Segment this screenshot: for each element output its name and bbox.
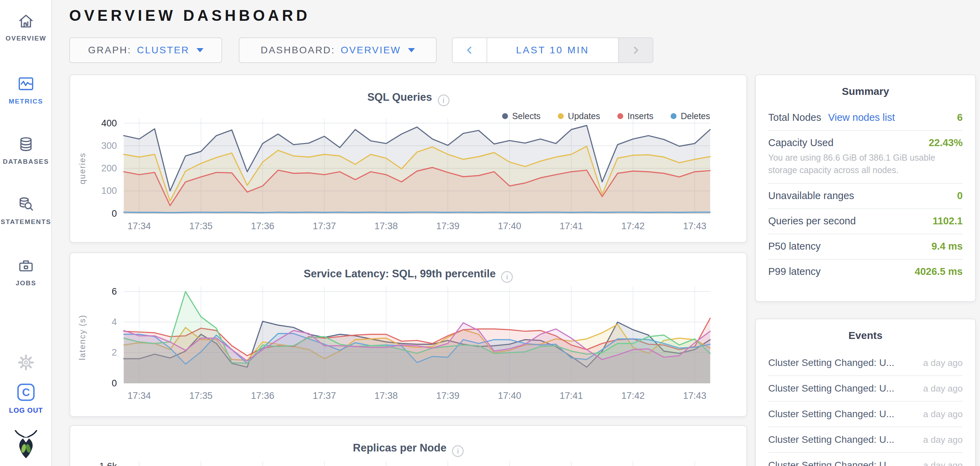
page-title: OVERVIEW DASHBOARD <box>69 7 310 24</box>
event-text: Cluster Setting Changed: U... <box>768 357 894 369</box>
chevron-down-icon <box>408 48 415 52</box>
time-range-selector: LAST 10 MIN <box>452 37 653 63</box>
event-text: Cluster Setting Changed: U... <box>768 460 894 466</box>
sidebar-item-label: JOBS <box>16 279 37 287</box>
svg-text:17:41: 17:41 <box>560 391 583 401</box>
event-time: a day ago <box>923 434 963 445</box>
console-c-icon: C <box>16 382 36 402</box>
svg-text:17:36: 17:36 <box>251 221 274 231</box>
chevron-down-icon <box>197 48 204 52</box>
service-latency-panel: Service Latency: SQL, 99th percentilei 1… <box>70 252 747 417</box>
summary-value: 1102.1 <box>932 215 963 227</box>
svg-text:17:43: 17:43 <box>683 221 706 231</box>
svg-text:queries: queries <box>78 152 87 184</box>
svg-text:17:42: 17:42 <box>622 391 645 401</box>
summary-title: Summary <box>756 75 975 97</box>
svg-text:latency (s): latency (s) <box>78 315 87 361</box>
settings-gear-button[interactable] <box>0 353 52 372</box>
svg-text:17:42: 17:42 <box>622 221 645 231</box>
svg-text:17:36: 17:36 <box>251 391 274 401</box>
svg-text:0: 0 <box>112 378 117 388</box>
event-row: Cluster Setting Changed: U... a day ago <box>768 402 963 427</box>
event-time: a day ago <box>923 460 963 466</box>
svg-text:6: 6 <box>112 286 117 297</box>
svg-text:4: 4 <box>112 317 117 327</box>
svg-text:17:35: 17:35 <box>189 391 212 401</box>
summary-row-qps: Queries per second 1102.1 <box>768 209 963 235</box>
event-time: a day ago <box>923 409 963 420</box>
time-prev-button[interactable] <box>453 38 487 62</box>
summary-row-total-nodes: Total Nodes View nodes list 6 <box>768 105 963 131</box>
summary-value: 22.43% <box>929 137 963 148</box>
sidebar-item-label: DATABASES <box>3 158 49 166</box>
dashboard-controls: GRAPH: CLUSTER DASHBOARD: OVERVIEW LAST … <box>69 37 653 63</box>
svg-text:17:40: 17:40 <box>498 221 521 231</box>
svg-text:C: C <box>22 386 30 399</box>
summary-row-p99: P99 latency 4026.5 ms <box>768 260 963 284</box>
right-sidebar: Summary Total Nodes View nodes list 6 Ca… <box>755 75 976 466</box>
service-latency-chart[interactable]: 17:3417:3517:3617:3717:3817:3917:4017:41… <box>70 253 746 416</box>
events-title: Events <box>756 319 975 342</box>
sidebar-item-jobs[interactable]: JOBS <box>0 257 52 287</box>
logout-label: LOG OUT <box>9 407 43 415</box>
sidebar-item-metrics[interactable]: METRICS <box>0 75 52 105</box>
svg-text:17:40: 17:40 <box>498 391 521 401</box>
view-nodes-link[interactable]: View nodes list <box>828 112 895 123</box>
svg-text:400: 400 <box>102 118 117 128</box>
svg-text:200: 200 <box>102 163 117 174</box>
svg-text:17:43: 17:43 <box>683 391 706 401</box>
charts-column: SQL Queriesi Selects Updates Inserts Del… <box>70 75 747 466</box>
sql-queries-panel: SQL Queriesi Selects Updates Inserts Del… <box>70 75 747 243</box>
app-root: OVERVIEW METRICS DATABASES <box>0 0 980 466</box>
summary-label: Total Nodes <box>768 112 821 123</box>
dashboard-selector-label: DASHBOARD: <box>261 45 335 56</box>
svg-text:17:38: 17:38 <box>374 221 398 231</box>
logout-button[interactable]: C LOG OUT <box>0 382 52 415</box>
home-icon <box>17 13 35 30</box>
svg-text:17:37: 17:37 <box>313 221 336 231</box>
gear-icon <box>17 353 35 372</box>
time-next-button[interactable] <box>618 38 653 62</box>
sidebar-item-overview[interactable]: OVERVIEW <box>0 13 52 42</box>
summary-panel: Summary Total Nodes View nodes list 6 Ca… <box>755 75 976 302</box>
chevron-left-icon <box>464 44 476 56</box>
graph-selector-dropdown[interactable]: GRAPH: CLUSTER <box>69 37 222 63</box>
svg-text:1.6k: 1.6k <box>99 461 117 466</box>
summary-value: 9.4 ms <box>932 241 963 252</box>
event-row: Cluster Setting Changed: U... a day ago <box>768 453 963 466</box>
svg-text:17:39: 17:39 <box>436 221 459 231</box>
summary-row-capacity: Capacity Used 22.43% You are using 86.6 … <box>768 131 963 184</box>
capacity-caption: You are using 86.6 GiB of 386.1 GiB usab… <box>768 151 963 176</box>
summary-label: P99 latency <box>768 266 821 277</box>
summary-row-unavailable-ranges: Unavailable ranges 0 <box>768 184 963 209</box>
svg-text:17:34: 17:34 <box>128 221 151 231</box>
summary-label: Unavailable ranges <box>768 190 854 201</box>
dashboard-selector-dropdown[interactable]: DASHBOARD: OVERVIEW <box>239 37 437 63</box>
summary-rows: Total Nodes View nodes list 6 Capacity U… <box>768 105 963 284</box>
metrics-icon <box>17 75 35 93</box>
svg-text:300: 300 <box>102 140 117 151</box>
summary-value: 4026.5 ms <box>915 266 963 277</box>
sidebar-item-label: STATEMENTS <box>1 218 51 226</box>
sidebar-item-label: METRICS <box>9 97 43 105</box>
event-row: Cluster Setting Changed: U... a day ago <box>768 427 963 453</box>
graph-selector-value: CLUSTER <box>137 45 189 56</box>
roach-icon <box>13 429 38 459</box>
events-list: Cluster Setting Changed: U... a day ago … <box>768 350 963 466</box>
replicas-per-node-panel: Replicas per Nodei 1.6k <box>70 425 747 466</box>
database-icon <box>17 136 35 153</box>
summary-label: Queries per second <box>768 215 856 227</box>
event-text: Cluster Setting Changed: U... <box>768 409 894 420</box>
cockroachdb-logo[interactable] <box>0 429 52 459</box>
sql-queries-chart[interactable]: 17:3417:3517:3617:3717:3817:3917:4017:41… <box>70 75 746 242</box>
statements-icon <box>17 196 35 213</box>
sidebar-item-statements[interactable]: STATEMENTS <box>0 196 52 226</box>
events-panel: Events Cluster Setting Changed: U... a d… <box>755 319 976 466</box>
dashboard-selector-value: OVERVIEW <box>340 45 401 56</box>
event-time: a day ago <box>923 383 963 394</box>
replicas-per-node-chart[interactable]: 1.6k <box>70 426 746 466</box>
time-range-value[interactable]: LAST 10 MIN <box>487 38 618 62</box>
sidebar-item-databases[interactable]: DATABASES <box>0 136 52 166</box>
event-row: Cluster Setting Changed: U... a day ago <box>768 350 963 376</box>
sidebar-item-label: OVERVIEW <box>6 35 46 42</box>
